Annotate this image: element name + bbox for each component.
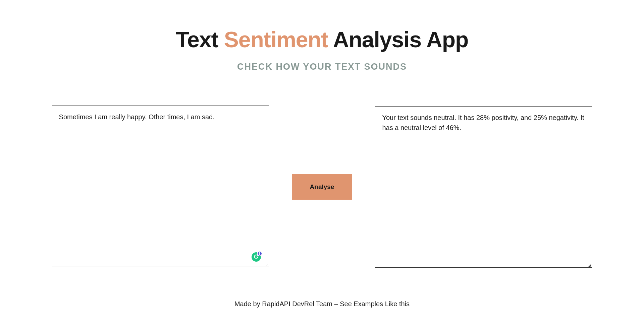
page-subtitle: CHECK HOW YOUR TEXT SOUNDS	[176, 62, 469, 72]
input-wrapper: G 1	[52, 106, 269, 268]
input-textarea[interactable]	[52, 106, 269, 267]
header: Text Sentiment Analysis App CHECK HOW YO…	[176, 27, 469, 72]
grammarly-circle-icon: G 1	[252, 252, 261, 262]
title-accent: Sentiment	[224, 27, 328, 52]
analyse-button[interactable]: Analyse	[292, 174, 353, 200]
output-box: Your text sounds neutral. It has 28% pos…	[375, 106, 592, 268]
title-prefix: Text	[176, 27, 224, 52]
page-title: Text Sentiment Analysis App	[176, 27, 469, 52]
main-content: G 1 Analyse Your text sounds neutral. It…	[0, 106, 644, 268]
grammarly-badge: 1	[257, 251, 262, 256]
footer-text: Made by RapidAPI DevRel Team – See Examp…	[234, 300, 410, 308]
grammarly-icon[interactable]: G 1	[252, 252, 262, 262]
title-suffix: Analysis App	[328, 27, 469, 52]
